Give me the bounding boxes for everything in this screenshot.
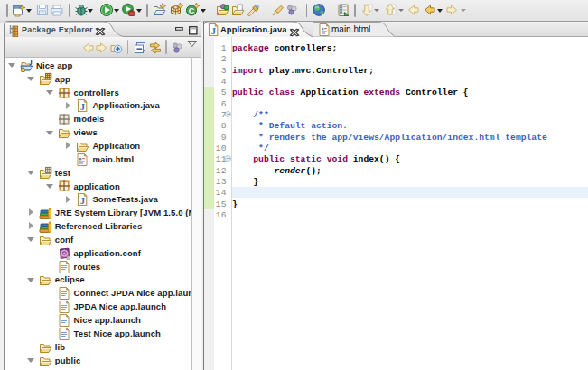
svg-text:J: J	[80, 196, 85, 206]
svg-text:J: J	[80, 102, 85, 112]
